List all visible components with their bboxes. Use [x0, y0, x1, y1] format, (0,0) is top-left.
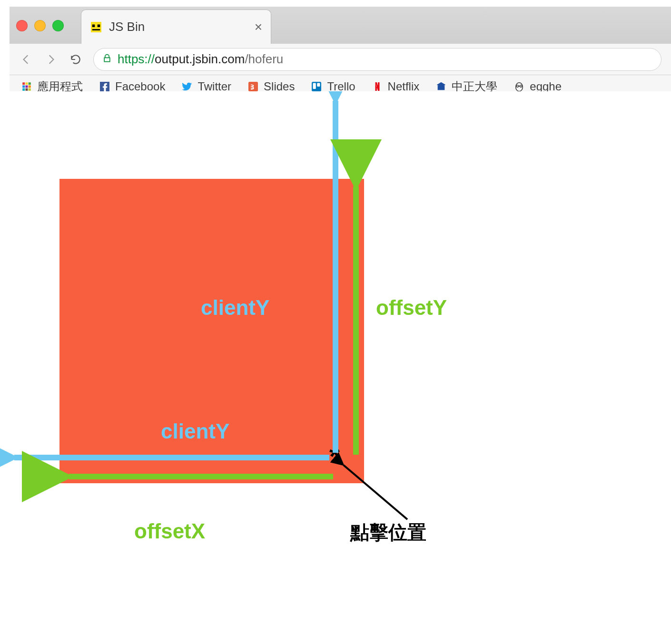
click-position-label: 點擊位置 — [350, 519, 426, 546]
offsetx-label: offsetX — [134, 519, 205, 543]
svg-rect-17 — [317, 83, 320, 87]
svg-rect-11 — [26, 88, 28, 90]
url-text: https://output.jsbin.com/hoferu — [118, 52, 283, 67]
svg-rect-16 — [313, 83, 316, 89]
browser-window-chrome: JS Bin × https://output.jsbin.com/hoferu — [10, 7, 671, 92]
jsbin-favicon-icon — [90, 21, 102, 33]
facebook-icon — [99, 81, 110, 92]
slides-icon — [247, 81, 259, 92]
maximize-window-button[interactable] — [52, 20, 64, 31]
svg-rect-1 — [92, 24, 95, 27]
svg-rect-5 — [26, 82, 28, 85]
svg-rect-2 — [98, 24, 100, 27]
nav-back-button[interactable] — [19, 52, 33, 67]
egghead-icon — [513, 81, 525, 92]
svg-rect-10 — [22, 88, 25, 90]
click-point-marker: * — [329, 440, 340, 471]
browser-toolbar: https://output.jsbin.com/hoferu — [10, 44, 671, 75]
svg-rect-4 — [22, 82, 25, 85]
close-window-button[interactable] — [16, 20, 28, 31]
nav-forward-button[interactable] — [44, 52, 58, 67]
clienty-horizontal-label: clientY — [161, 420, 229, 443]
tab-close-icon[interactable]: × — [255, 20, 262, 34]
tab-strip: JS Bin × — [10, 7, 671, 44]
url-protocol: https:// — [118, 52, 155, 66]
twitter-icon — [181, 81, 193, 92]
university-icon — [435, 81, 447, 92]
svg-rect-19 — [438, 86, 445, 90]
page-content: * clientY clientY offsetY offsetX 點擊位置 — [0, 91, 671, 644]
url-host: output.jsbin.com — [155, 52, 245, 66]
window-controls — [16, 20, 64, 31]
trello-icon — [311, 81, 322, 92]
svg-rect-7 — [22, 85, 25, 88]
clienty-vertical-label: clientY — [201, 296, 269, 320]
svg-rect-8 — [26, 85, 28, 88]
apps-icon — [21, 81, 32, 92]
svg-rect-3 — [92, 29, 100, 30]
netflix-icon — [372, 81, 383, 92]
address-bar[interactable]: https://output.jsbin.com/hoferu — [93, 48, 661, 71]
nav-reload-button[interactable] — [69, 52, 83, 67]
minimize-window-button[interactable] — [34, 20, 46, 31]
svg-point-22 — [520, 85, 522, 87]
offsety-label: offsetY — [376, 296, 447, 320]
svg-rect-6 — [29, 82, 31, 85]
svg-point-21 — [516, 85, 518, 87]
svg-rect-9 — [29, 85, 31, 88]
svg-rect-12 — [29, 88, 31, 90]
lock-icon — [102, 52, 112, 67]
browser-tab[interactable]: JS Bin × — [81, 10, 271, 44]
tab-title: JS Bin — [109, 20, 248, 34]
url-path: /hoferu — [245, 52, 283, 66]
